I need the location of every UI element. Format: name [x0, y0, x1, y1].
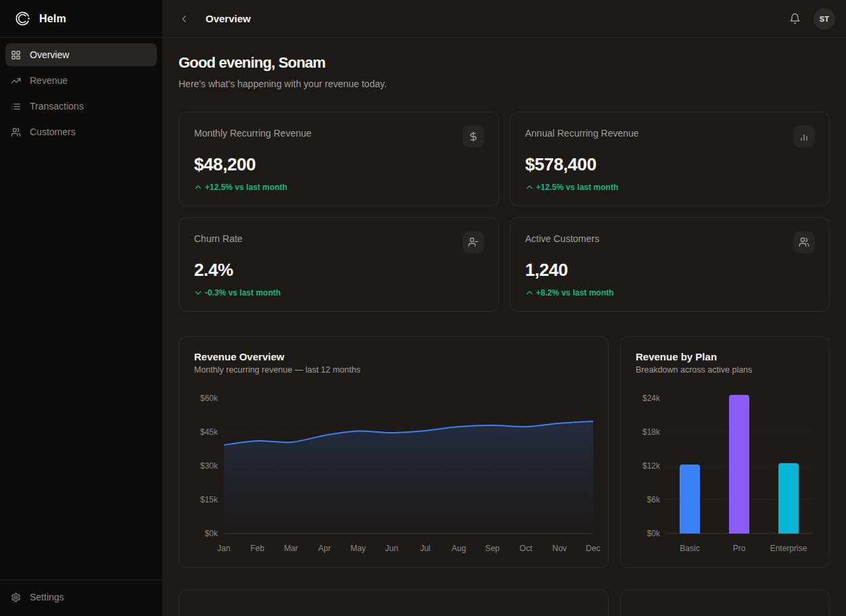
svg-text:Jul: Jul	[420, 544, 430, 553]
svg-text:$15k: $15k	[200, 495, 218, 504]
svg-text:Pro: Pro	[733, 544, 746, 553]
svg-text:Dec: Dec	[586, 544, 600, 553]
svg-text:$0k: $0k	[647, 529, 661, 538]
svg-text:$45k: $45k	[200, 427, 218, 437]
svg-text:Oct: Oct	[519, 544, 532, 553]
svg-text:Apr: Apr	[319, 544, 331, 553]
svg-text:$60k: $60k	[200, 394, 218, 403]
svg-text:$6k: $6k	[647, 495, 661, 504]
svg-text:Nov: Nov	[553, 544, 567, 553]
svg-text:Jun: Jun	[385, 544, 398, 553]
svg-text:$0k: $0k	[205, 529, 218, 538]
svg-text:Mar: Mar	[284, 544, 298, 553]
svg-text:$30k: $30k	[200, 461, 218, 471]
svg-text:May: May	[350, 544, 366, 553]
svg-text:$18k: $18k	[642, 427, 661, 437]
svg-text:Aug: Aug	[452, 544, 466, 553]
svg-text:Feb: Feb	[250, 544, 264, 553]
svg-text:Sep: Sep	[485, 544, 500, 553]
svg-text:Enterprise: Enterprise	[770, 544, 807, 553]
svg-text:Basic: Basic	[680, 544, 699, 553]
svg-text:$12k: $12k	[642, 461, 661, 471]
svg-text:Jan: Jan	[217, 544, 230, 553]
svg-text:$24k: $24k	[642, 394, 661, 403]
